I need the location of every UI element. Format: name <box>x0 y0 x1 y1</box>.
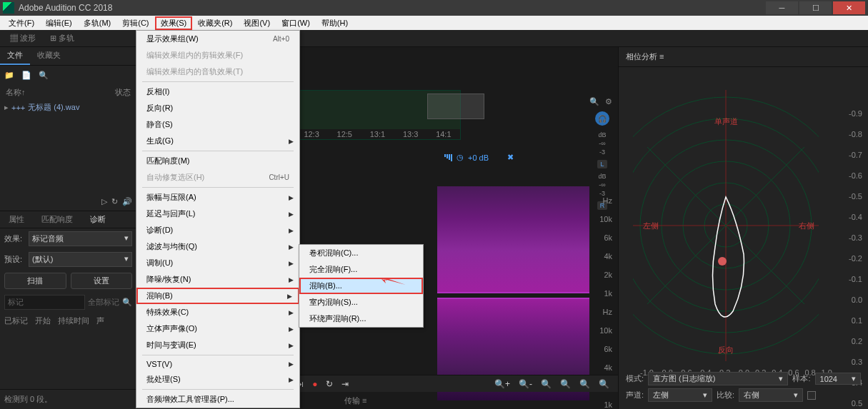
loop-icon[interactable]: ↻ <box>111 197 118 206</box>
zoom-in-v-icon[interactable]: 🔍 <box>577 379 593 389</box>
zoom-icon[interactable]: 🔍 <box>589 97 599 106</box>
menu-multitrack[interactable]: 多轨(M) <box>78 16 117 30</box>
scan-button[interactable]: 扫描 <box>4 273 66 289</box>
channel-label: 声道: <box>626 390 644 400</box>
waveform-icon: +++ <box>11 103 25 112</box>
menu-file[interactable]: 文件(F) <box>3 16 40 30</box>
item-diagnostics[interactable]: 诊断(D)▶ <box>136 222 299 238</box>
item-special[interactable]: 特殊效果(C)▶ <box>136 304 299 320</box>
preset-label: 预设: <box>4 254 26 265</box>
item-surround-reverb[interactable]: 环绕声混响(R)... <box>299 310 423 327</box>
open-file-icon[interactable]: 📁 <box>4 71 14 80</box>
item-plugin-manager[interactable]: 音频增效工具管理器(P)... <box>136 391 299 408</box>
col-start: 开始 <box>35 315 51 326</box>
clear-markers-button[interactable]: 全部标记 <box>88 297 119 308</box>
settings-button[interactable]: 设置 <box>71 273 133 289</box>
item-match-loudness[interactable]: 匹配响度(M) <box>136 153 299 169</box>
maximize-button[interactable]: ☐ <box>799 1 832 14</box>
loop-button[interactable]: ↻ <box>323 379 336 389</box>
svg-text:右侧: 右侧 <box>799 221 814 230</box>
tab-diagnostics[interactable]: 诊断 <box>81 211 114 228</box>
separator <box>142 355 294 355</box>
item-reverb[interactable]: 混响(B)▶ <box>136 288 299 304</box>
zoom-out-v-icon[interactable]: 🔍 <box>596 379 612 389</box>
col-name[interactable]: 名称↑ <box>6 87 115 98</box>
menu-clip[interactable]: 剪辑(C) <box>116 16 154 30</box>
menu-effects[interactable]: 效果(S) <box>155 16 193 30</box>
svg-text:反向: 反向 <box>718 345 734 354</box>
samples-select[interactable]: 1024▾ <box>815 373 861 385</box>
effects-dropdown: 显示效果组(W)Alt+0 编辑效果组内的剪辑效果(F) 编辑效果组内的音轨效果… <box>136 30 300 408</box>
item-generate[interactable]: 生成(G)▶ <box>136 133 299 149</box>
search-icon[interactable]: 🔍 <box>122 298 132 307</box>
tab-files[interactable]: 文件 <box>0 47 30 65</box>
volume-icon[interactable]: 🔊 <box>122 197 132 206</box>
compare-label: 比较: <box>717 390 734 400</box>
skip-selection-button[interactable]: ⇥ <box>339 379 351 389</box>
item-convolution-reverb[interactable]: 卷积混响(C)... <box>299 245 423 261</box>
item-amplitude[interactable]: 振幅与压限(A)▶ <box>136 189 299 206</box>
item-show-rack[interactable]: 显示效果组(W)Alt+0 <box>136 31 299 47</box>
preset-select[interactable]: (默认)▾ <box>29 252 132 267</box>
waveform-mode-button[interactable]: ▦ 波形 <box>6 31 40 45</box>
tab-match-loudness[interactable]: 匹配响度 <box>33 211 81 228</box>
item-vst[interactable]: VST(V)▶ <box>136 357 299 371</box>
multitrack-mode-button[interactable]: ⊞ 多轨 <box>46 31 79 45</box>
close-button[interactable]: ✕ <box>833 1 865 14</box>
phase-vertical-scale: -0.9-0.8-0.7 -0.6-0.5-0.4 -0.3-0.2-0.1 0… <box>849 97 862 409</box>
file-name: 无标题 (4).wav <box>28 102 79 113</box>
zoom-in-icon[interactable]: 🔍+ <box>492 379 513 389</box>
gear-icon[interactable]: ⚙ <box>605 97 612 106</box>
separator <box>142 151 294 151</box>
zoom-out-icon[interactable]: 🔍- <box>516 379 535 389</box>
menu-window[interactable]: 窗口(W) <box>276 16 316 30</box>
search-icon[interactable]: 🔍 <box>39 71 49 80</box>
file-row[interactable]: ▸ +++ 无标题 (4).wav <box>0 101 136 114</box>
item-delay[interactable]: 延迟与回声(L)▶ <box>136 206 299 222</box>
time-ruler: 12:3 12:5 13:1 13:3 14:1 <box>295 129 460 139</box>
item-stereo[interactable]: 立体声声像(O)▶ <box>136 320 299 337</box>
menubar: 文件(F) 编辑(E) 多轨(M) 剪辑(C) 效果(S) 收藏夹(R) 视图(… <box>0 16 868 30</box>
item-batch[interactable]: 批处理(S)▶ <box>136 371 299 388</box>
samples-label: 样本: <box>792 373 810 384</box>
item-silence[interactable]: 静音(S) <box>136 116 299 133</box>
svg-point-10 <box>718 257 727 266</box>
item-reverse[interactable]: 反向(R) <box>136 100 299 116</box>
selection-region[interactable] <box>427 94 484 119</box>
zoom-fit-icon[interactable]: 🔍 <box>538 379 554 389</box>
menu-help[interactable]: 帮助(H) <box>316 16 354 30</box>
item-invert[interactable]: 反相(I) <box>136 84 299 100</box>
volume-control[interactable]: ◷ +0 dB ✖ <box>444 153 514 162</box>
item-time-pitch[interactable]: 时间与变调(E)▶ <box>136 337 299 353</box>
headphone-icon[interactable]: 🎧 <box>595 111 609 126</box>
overview-timeline[interactable]: 12:3 12:5 13:1 13:3 14:1 <box>294 90 461 140</box>
db-value: +0 dB <box>468 153 489 162</box>
app-title: Adobe Audition CC 2018 <box>19 3 112 13</box>
play-icon[interactable]: ▷ <box>101 197 107 206</box>
item-noise[interactable]: 降噪/恢复(N)▶ <box>136 271 299 288</box>
app-logo-icon <box>3 2 14 14</box>
menu-favorites[interactable]: 收藏夹(R) <box>192 16 238 30</box>
effect-select[interactable]: 标记音频▾ <box>29 231 132 246</box>
left-panel: 文件 收藏夹 📁 📄 🔍 名称↑ 状态 ▸ +++ 无标题 (4).wav ▷ … <box>0 47 137 409</box>
spectrogram-display[interactable] <box>437 186 589 400</box>
item-room-reverb[interactable]: 室内混响(S)... <box>299 294 423 310</box>
minimize-button[interactable]: ─ <box>766 1 798 14</box>
item-auto-heal: 自动修复选区(H)Ctrl+U <box>136 169 299 186</box>
tab-favorites[interactable]: 收藏夹 <box>30 47 68 65</box>
compare-checkbox[interactable] <box>807 391 816 400</box>
item-modulation[interactable]: 调制(U)▶ <box>136 255 299 271</box>
zoom-sel-icon[interactable]: 🔍 <box>557 379 574 389</box>
compare-select[interactable]: 右侧▾ <box>739 388 803 402</box>
marker-search-input[interactable]: 标记 <box>4 295 85 310</box>
channel-select[interactable]: 左侧▾ <box>648 388 712 402</box>
col-status[interactable]: 状态 <box>115 87 131 98</box>
menu-edit[interactable]: 编辑(E) <box>40 16 78 30</box>
menu-view[interactable]: 视图(V) <box>238 16 276 30</box>
mode-select[interactable]: 直方图 (日志缩放)▾ <box>648 372 788 385</box>
item-filter-eq[interactable]: 滤波与均衡(Q)▶ <box>136 238 299 255</box>
left-channel-badge[interactable]: L <box>597 160 607 168</box>
new-file-icon[interactable]: 📄 <box>21 71 31 80</box>
record-button[interactable]: ● <box>309 379 320 389</box>
tab-properties[interactable]: 属性 <box>0 211 33 228</box>
